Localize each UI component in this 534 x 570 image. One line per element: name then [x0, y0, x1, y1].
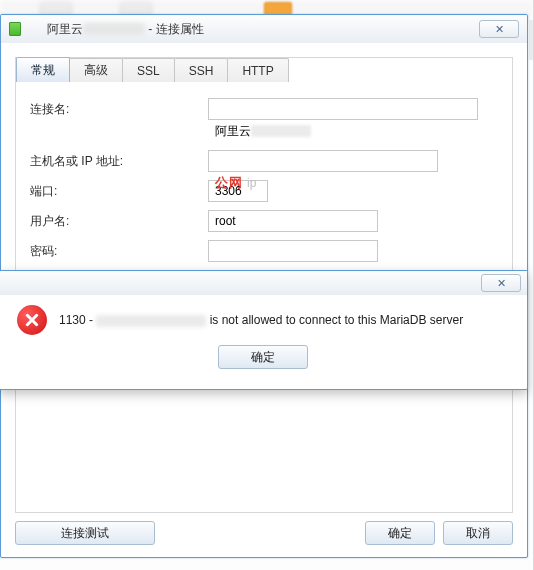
- tab-ssl[interactable]: SSL: [122, 58, 175, 82]
- title-redacted: [83, 23, 145, 35]
- host-label: 主机名或 IP 地址:: [30, 153, 208, 170]
- ok-button[interactable]: 确定: [365, 521, 435, 545]
- user-input[interactable]: [208, 210, 378, 232]
- host-input[interactable]: [208, 150, 438, 172]
- connection-name-label: 连接名:: [30, 101, 208, 118]
- close-icon: ✕: [497, 278, 506, 289]
- port-label: 端口:: [30, 183, 208, 200]
- test-connection-button[interactable]: 连接测试: [15, 521, 155, 545]
- error-suffix: is not allowed to connect to this MariaD…: [206, 313, 463, 327]
- close-icon: ✕: [495, 24, 504, 35]
- dialog-button-row: 连接测试 确定 取消: [15, 521, 513, 545]
- window-title: 阿里云 - 连接属性: [27, 7, 204, 52]
- tab-advanced[interactable]: 高级: [69, 58, 123, 82]
- tab-ssh[interactable]: SSH: [174, 58, 229, 82]
- tab-general[interactable]: 常规: [16, 57, 70, 82]
- error-code: 1130 -: [59, 313, 96, 327]
- error-host-redacted: [96, 315, 206, 327]
- password-label: 密码:: [30, 243, 208, 260]
- form-area: 连接名: 阿里云 主机名或 IP 地址: 公网ip: [30, 98, 498, 289]
- connection-name-value: 阿里云: [215, 123, 251, 140]
- title-prefix: 阿里云: [47, 22, 83, 36]
- error-ok-button[interactable]: 确定: [218, 345, 308, 369]
- user-label: 用户名:: [30, 213, 208, 230]
- tab-strip: 常规 高级 SSL SSH HTTP: [16, 57, 288, 81]
- error-message: 1130 - is not allowed to connect to this…: [59, 313, 463, 327]
- error-dialog: ✕ 1130 - is not allowed to connect to th…: [0, 270, 528, 390]
- tab-http[interactable]: HTTP: [227, 58, 288, 82]
- port-input[interactable]: [208, 180, 268, 202]
- window-titlebar[interactable]: 阿里云 - 连接属性 ✕: [1, 15, 527, 43]
- connection-name-redacted: [251, 125, 311, 137]
- database-icon: [9, 22, 21, 36]
- cancel-button[interactable]: 取消: [443, 521, 513, 545]
- error-icon: [17, 305, 47, 335]
- close-button[interactable]: ✕: [479, 20, 519, 38]
- password-input[interactable]: [208, 240, 378, 262]
- error-close-button[interactable]: ✕: [481, 274, 521, 292]
- connection-name-input[interactable]: [208, 98, 478, 120]
- error-dialog-titlebar[interactable]: ✕: [0, 271, 527, 295]
- title-suffix: - 连接属性: [145, 22, 204, 36]
